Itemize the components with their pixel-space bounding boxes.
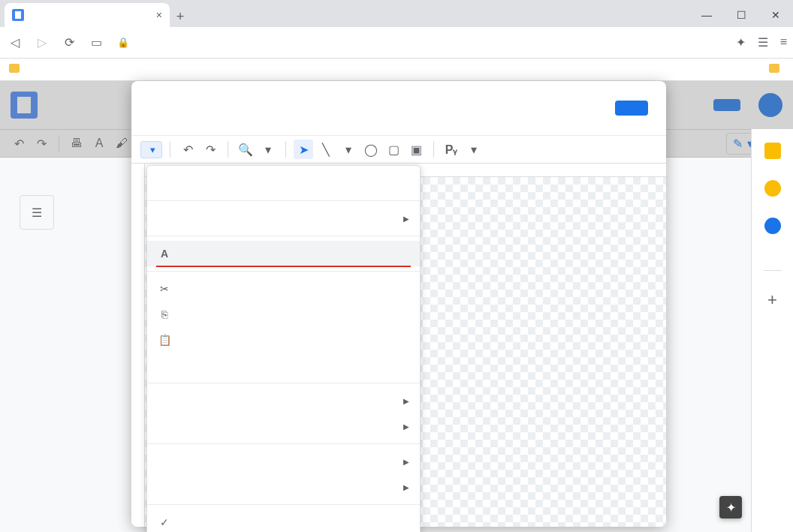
other-bookmarks[interactable] (769, 64, 784, 75)
back-button[interactable]: ◁ (6, 34, 24, 52)
menu-show-ruler[interactable]: ✓ (147, 509, 420, 532)
chevron-right-icon: ▶ (403, 422, 409, 431)
docs-favicon (12, 9, 24, 21)
cut-icon: ✂ (158, 282, 171, 296)
dialog-header (131, 81, 666, 135)
reading-list-icon[interactable]: ☰ (758, 35, 768, 50)
browser-menu-icon[interactable]: ≡ (780, 35, 787, 50)
save-and-close-button[interactable] (615, 101, 648, 116)
address-bar: ◁ ▷ ⟳ ▭ 🔒 ✦ ☰ ≡ (0, 27, 793, 59)
bookmarks-bar (0, 59, 793, 81)
lock-icon: 🔒 (117, 37, 129, 48)
font-picker[interactable]: Рᵧ (442, 140, 461, 159)
tabs-icon[interactable]: ▭ (87, 34, 105, 52)
add-addon-icon[interactable]: + (764, 292, 781, 308)
menu-paste[interactable]: 📋 (147, 327, 420, 353)
keep-icon[interactable] (764, 180, 781, 197)
folder-icon (769, 64, 779, 73)
url-box[interactable]: 🔒 (114, 37, 727, 48)
wordart-icon: A (158, 247, 171, 260)
outline-button[interactable]: ☰ (20, 195, 54, 230)
chevron-down-icon: ▾ (150, 144, 155, 155)
calendar-icon[interactable] (764, 143, 781, 159)
zoom-icon[interactable]: 🔍 (236, 140, 255, 159)
chevron-right-icon: ▶ (403, 483, 409, 491)
image-tool-icon[interactable]: ▣ (406, 140, 426, 159)
browser-tab[interactable]: × (5, 3, 170, 27)
menu-word-art[interactable]: A (147, 241, 420, 266)
actions-dropdown-menu: ▶ A ✂ ⎘ 📋 ▶ ▶ ▶ (146, 165, 421, 532)
menu-align-vertical[interactable]: ▶ (147, 413, 420, 439)
paste-icon: 📋 (158, 333, 171, 347)
new-tab-button[interactable]: + (170, 6, 191, 27)
chevron-right-icon: ▶ (403, 458, 409, 466)
check-icon: ✓ (158, 515, 171, 529)
vertical-ruler (131, 164, 145, 527)
textbox-tool-icon[interactable]: ▢ (384, 140, 403, 159)
chevron-down-icon[interactable]: ▾ (339, 140, 358, 159)
redo-icon[interactable]: ↷ (201, 140, 220, 159)
side-panel: + (751, 129, 793, 532)
menu-distribute[interactable]: ▶ (147, 449, 420, 474)
menu-copy[interactable]: ⎘ (147, 302, 420, 327)
explore-button[interactable]: ✦ (719, 496, 742, 518)
extensions-icon[interactable]: ✦ (736, 35, 746, 50)
forward-button[interactable]: ▷ (33, 34, 51, 52)
chevron-down-icon[interactable]: ▾ (464, 140, 484, 159)
maximize-button[interactable]: ☐ (724, 3, 758, 27)
browser-titlebar: × + — ☐ ✕ (0, 0, 793, 27)
bookmarks-folder[interactable] (9, 64, 24, 75)
reload-button[interactable]: ⟳ (60, 34, 78, 52)
menu-align-horizontal[interactable]: ▶ (147, 388, 420, 413)
select-tool-icon[interactable]: ➤ (294, 140, 313, 159)
menu-version-history[interactable] (147, 170, 420, 196)
dialog-toolbar: ▾ ↶ ↷ 🔍 ▾ ➤ ╲ ▾ ◯ ▢ ▣ Рᵧ ▾ (131, 135, 666, 164)
copy-icon: ⎘ (158, 308, 171, 321)
menu-duplicate[interactable] (147, 353, 420, 378)
chevron-right-icon: ▶ (403, 397, 409, 405)
chevron-down-icon[interactable]: ▾ (258, 140, 278, 159)
shape-tool-icon[interactable]: ◯ (361, 140, 381, 159)
undo-icon[interactable]: ↶ (178, 140, 197, 159)
window-controls: — ☐ ✕ (689, 3, 793, 27)
close-window-button[interactable]: ✕ (758, 3, 793, 27)
actions-menu-button[interactable]: ▾ (140, 141, 162, 158)
menu-download[interactable]: ▶ (147, 206, 420, 231)
menu-rotate[interactable]: ▶ (147, 474, 420, 500)
chevron-right-icon: ▶ (403, 215, 409, 223)
menu-cut[interactable]: ✂ (147, 276, 420, 302)
folder-icon (9, 64, 20, 73)
tasks-icon[interactable] (764, 218, 781, 234)
close-tab-icon[interactable]: × (156, 9, 162, 21)
minimize-button[interactable]: — (689, 3, 724, 27)
line-tool-icon[interactable]: ╲ (316, 140, 336, 159)
